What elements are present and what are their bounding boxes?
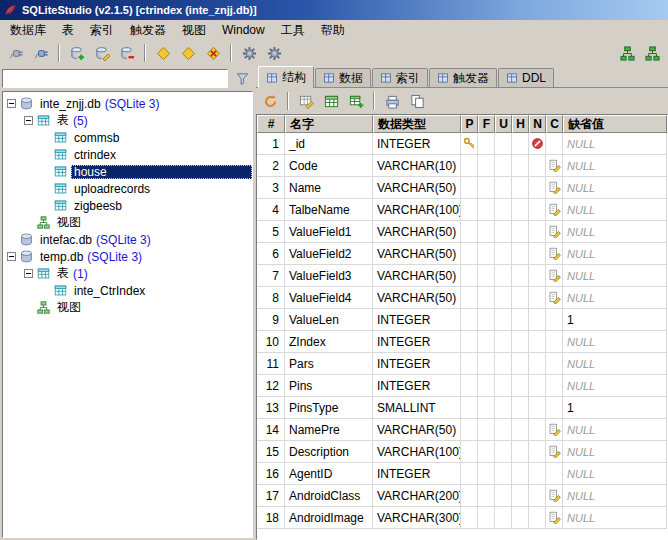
header-default[interactable]: 缺省值	[563, 115, 667, 133]
foreign-key-cell[interactable]	[478, 265, 495, 287]
foreign-key-cell[interactable]	[478, 375, 495, 397]
refresh-object-tree-button[interactable]	[640, 42, 664, 64]
column-name-cell[interactable]: ValueField2	[285, 243, 373, 265]
not-null-cell[interactable]	[529, 463, 546, 485]
primary-key-cell[interactable]	[461, 309, 478, 331]
column-type-cell[interactable]: VARCHAR(100)	[373, 199, 461, 221]
collate-cell[interactable]	[546, 287, 563, 309]
default-value-cell[interactable]: NULL	[563, 441, 667, 463]
unique-cell[interactable]	[495, 507, 512, 529]
filter-funnel-button[interactable]	[231, 69, 253, 89]
column-name-cell[interactable]: ZIndex	[285, 331, 373, 353]
column-type-cell[interactable]: VARCHAR(300)	[373, 507, 461, 529]
expander-minus-icon[interactable]	[7, 99, 16, 108]
not-null-cell[interactable]	[529, 397, 546, 419]
not-null-cell[interactable]	[529, 177, 546, 199]
tree-item[interactable]: 表(1)	[3, 265, 252, 282]
unique-cell[interactable]	[495, 265, 512, 287]
menu-item[interactable]: 工具	[273, 20, 313, 41]
title-bar[interactable]: SQLiteStudio (v2.1.5) [ctrindex (inte_zn…	[0, 0, 668, 20]
collate-cell[interactable]	[546, 243, 563, 265]
collate-cell[interactable]	[546, 353, 563, 375]
foreign-key-cell[interactable]	[478, 419, 495, 441]
not-null-cell[interactable]	[529, 331, 546, 353]
tree-item[interactable]: inte_znjj.db(SQLite 3)	[3, 95, 252, 112]
not-null-cell[interactable]	[529, 133, 546, 155]
column-name-cell[interactable]: ValueField4	[285, 287, 373, 309]
import-schema-button[interactable]	[151, 42, 175, 64]
not-null-cell[interactable]	[529, 485, 546, 507]
default-value-cell[interactable]: 1	[563, 309, 667, 331]
primary-key-cell[interactable]	[461, 177, 478, 199]
unique-cell[interactable]	[495, 309, 512, 331]
check-cell[interactable]	[512, 133, 529, 155]
foreign-key-cell[interactable]	[478, 199, 495, 221]
default-value-cell[interactable]: NULL	[563, 463, 667, 485]
header-check[interactable]: H	[512, 115, 529, 133]
check-cell[interactable]	[512, 309, 529, 331]
default-value-cell[interactable]: NULL	[563, 287, 667, 309]
collate-cell[interactable]	[546, 199, 563, 221]
collate-cell[interactable]	[546, 485, 563, 507]
collate-cell[interactable]	[546, 397, 563, 419]
menu-item[interactable]: 触发器	[122, 20, 174, 41]
add-column-button[interactable]	[344, 90, 368, 112]
foreign-key-cell[interactable]	[478, 243, 495, 265]
column-type-cell[interactable]: VARCHAR(50)	[373, 419, 461, 441]
column-name-cell[interactable]: AndroidClass	[285, 485, 373, 507]
table-row[interactable]: 14 NamePre VARCHAR(50) NULL	[257, 419, 667, 441]
collate-cell[interactable]	[546, 265, 563, 287]
check-cell[interactable]	[512, 265, 529, 287]
table-row[interactable]: 18 AndroidImage VARCHAR(300) NULL	[257, 507, 667, 529]
primary-key-cell[interactable]	[461, 507, 478, 529]
default-value-cell[interactable]: NULL	[563, 353, 667, 375]
foreign-key-cell[interactable]	[478, 177, 495, 199]
foreign-key-cell[interactable]	[478, 287, 495, 309]
column-name-cell[interactable]: Description	[285, 441, 373, 463]
not-null-cell[interactable]	[529, 221, 546, 243]
header-name[interactable]: 名字	[285, 115, 373, 133]
table-row[interactable]: 3 Name VARCHAR(50) NULL	[257, 177, 667, 199]
default-value-cell[interactable]: 1	[563, 397, 667, 419]
column-type-cell[interactable]: VARCHAR(200)	[373, 485, 461, 507]
check-cell[interactable]	[512, 485, 529, 507]
remove-database-button[interactable]	[115, 42, 139, 64]
table-row[interactable]: 1 _id INTEGER NULL	[257, 133, 667, 155]
column-name-cell[interactable]: Pars	[285, 353, 373, 375]
unique-cell[interactable]	[495, 199, 512, 221]
column-name-cell[interactable]: Name	[285, 177, 373, 199]
default-value-cell[interactable]: NULL	[563, 265, 667, 287]
column-type-cell[interactable]: VARCHAR(50)	[373, 265, 461, 287]
disconnect-database-button[interactable]	[29, 42, 53, 64]
not-null-cell[interactable]	[529, 243, 546, 265]
not-null-cell[interactable]	[529, 353, 546, 375]
foreign-key-cell[interactable]	[478, 331, 495, 353]
detail-tab[interactable]: 数据	[315, 68, 371, 87]
menu-item[interactable]: 表	[54, 20, 82, 41]
table-row[interactable]: 13 PinsType SMALLINT 1	[257, 397, 667, 419]
primary-key-cell[interactable]	[461, 463, 478, 485]
primary-key-cell[interactable]	[461, 331, 478, 353]
table-row[interactable]: 12 Pins INTEGER NULL	[257, 375, 667, 397]
table-row[interactable]: 2 Code VARCHAR(10) NULL	[257, 155, 667, 177]
not-null-cell[interactable]	[529, 419, 546, 441]
column-name-cell[interactable]: PinsType	[285, 397, 373, 419]
check-cell[interactable]	[512, 155, 529, 177]
default-value-cell[interactable]: NULL	[563, 331, 667, 353]
foreign-key-cell[interactable]	[478, 133, 495, 155]
column-name-cell[interactable]: _id	[285, 133, 373, 155]
collate-cell[interactable]	[546, 331, 563, 353]
edit-table-button[interactable]	[294, 90, 318, 112]
unique-cell[interactable]	[495, 155, 512, 177]
expander-minus-icon[interactable]	[24, 269, 33, 278]
unique-cell[interactable]	[495, 419, 512, 441]
connect-database-button[interactable]	[4, 42, 28, 64]
not-null-cell[interactable]	[529, 507, 546, 529]
check-cell[interactable]	[512, 199, 529, 221]
column-name-cell[interactable]: ValueLen	[285, 309, 373, 331]
check-cell[interactable]	[512, 243, 529, 265]
add-database-button[interactable]	[65, 42, 89, 64]
refresh-structure-button[interactable]	[258, 90, 282, 112]
primary-key-cell[interactable]	[461, 221, 478, 243]
foreign-key-cell[interactable]	[478, 463, 495, 485]
